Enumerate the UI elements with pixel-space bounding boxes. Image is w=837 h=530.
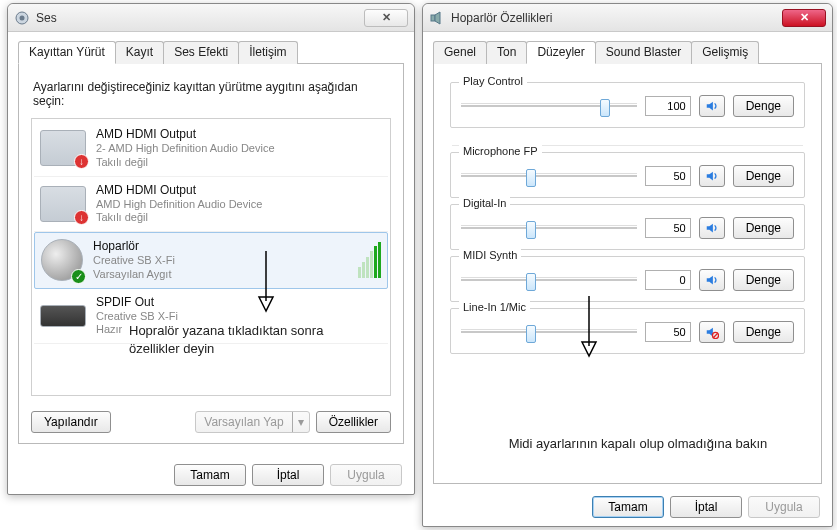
spdif-icon (40, 305, 86, 327)
tab-general[interactable]: Genel (433, 41, 487, 64)
device-list[interactable]: ↓ AMD HDMI Output 2- AMD High Definition… (31, 118, 391, 396)
close-button[interactable]: ✕ (364, 9, 408, 27)
ok-button[interactable]: Tamam (174, 464, 246, 486)
cancel-button[interactable]: İptal (252, 464, 324, 486)
speaker-properties-window: Hoparlör Özellikleri ✕ Genel Ton Düzeyle… (422, 3, 833, 527)
tab-playback[interactable]: Kayıttan Yürüt (18, 41, 116, 64)
mute-button[interactable] (699, 165, 725, 187)
volume-slider[interactable] (461, 322, 637, 342)
volume-slider[interactable] (461, 96, 637, 116)
titlebar[interactable]: Hoparlör Özellikleri ✕ (423, 4, 832, 32)
tabs: Genel Ton Düzeyler Sound Blaster Gelişmi… (433, 40, 822, 64)
mute-button[interactable] (699, 321, 725, 343)
balance-button[interactable]: Denge (733, 165, 794, 187)
cancel-button[interactable]: İptal (670, 496, 742, 518)
device-text: AMD HDMI Output 2- AMD High Definition A… (96, 127, 382, 170)
group-label: MIDI Synth (459, 249, 521, 261)
device-item[interactable]: ↓ AMD HDMI Output AMD High Definition Au… (34, 177, 388, 233)
level-meter (358, 242, 381, 278)
default-badge-icon: ✓ (71, 269, 86, 284)
volume-slider[interactable] (461, 270, 637, 290)
balance-button[interactable]: Denge (733, 217, 794, 239)
svg-marker-8 (706, 224, 712, 233)
device-name: AMD HDMI Output (96, 127, 382, 142)
tab-sounds[interactable]: Ses Efekti (163, 41, 239, 64)
dialog-footer: Tamam İptal Uygula (592, 496, 820, 518)
levels-panel: Play Control Denge Microphone FP (433, 64, 822, 484)
svg-marker-7 (706, 172, 712, 181)
volume-slider[interactable] (461, 218, 637, 238)
tab-communications[interactable]: İletişim (238, 41, 297, 64)
volume-slider[interactable] (461, 166, 637, 186)
window-title: Hoparlör Özellikleri (451, 11, 776, 25)
speaker-icon: ✓ (41, 239, 83, 281)
level-group-midi-synth: MIDI Synth Denge (450, 256, 805, 302)
device-sub2: Takılı değil (96, 156, 382, 170)
balance-button[interactable]: Denge (733, 95, 794, 117)
sound-window: Ses ✕ Kayıttan Yürüt Kayıt Ses Efekti İl… (7, 3, 415, 495)
set-default-button[interactable]: Varsayılan Yap ▾ (195, 411, 309, 433)
monitor-icon: ↓ (40, 130, 86, 166)
tab-tone[interactable]: Ton (486, 41, 527, 64)
tabs: Kayıttan Yürüt Kayıt Ses Efekti İletişim (18, 40, 404, 64)
svg-rect-4 (431, 15, 435, 21)
unplugged-badge-icon: ↓ (74, 154, 89, 169)
properties-button[interactable]: Özellikler (316, 411, 391, 433)
level-group-digital-in: Digital-In Denge (450, 204, 805, 250)
volume-value[interactable] (645, 218, 691, 238)
tab-recording[interactable]: Kayıt (115, 41, 164, 64)
mute-button[interactable] (699, 269, 725, 291)
svg-marker-9 (706, 276, 712, 285)
apply-button[interactable]: Uygula (330, 464, 402, 486)
device-sub2: Takılı değil (96, 211, 382, 225)
set-default-label: Varsayılan Yap (196, 412, 291, 432)
svg-line-12 (713, 333, 717, 337)
mute-button[interactable] (699, 217, 725, 239)
balance-button[interactable]: Denge (733, 321, 794, 343)
tab-sound-blaster[interactable]: Sound Blaster (595, 41, 692, 64)
playback-panel: Ayarlarını değiştireceğiniz kayıttan yür… (18, 64, 404, 444)
monitor-icon: ↓ (40, 186, 86, 222)
speaker-icon (429, 10, 445, 26)
device-item[interactable]: ↓ AMD HDMI Output 2- AMD High Definition… (34, 121, 388, 177)
mute-button[interactable] (699, 95, 725, 117)
speaker-muted-icon (705, 325, 719, 339)
group-label: Microphone FP (459, 145, 542, 157)
device-text: SPDIF Out Creative SB X-Fi Hazır (96, 295, 382, 338)
device-name: Hoparlör (93, 239, 348, 254)
device-sub1: 2- AMD High Definition Audio Device (96, 142, 382, 156)
level-group-play-control: Play Control Denge (450, 82, 805, 128)
group-label: Digital-In (459, 197, 510, 209)
level-group-line-in: Line-In 1/Mic Denge (450, 308, 805, 354)
configure-button[interactable]: Yapılandır (31, 411, 111, 433)
titlebar[interactable]: Ses ✕ (8, 4, 414, 32)
device-sub1: Creative SB X-Fi (96, 310, 382, 324)
apply-button[interactable]: Uygula (748, 496, 820, 518)
volume-value[interactable] (645, 322, 691, 342)
dropdown-icon[interactable]: ▾ (292, 412, 309, 432)
svg-marker-5 (435, 12, 440, 24)
volume-value[interactable] (645, 166, 691, 186)
device-sub1: AMD High Definition Audio Device (96, 198, 382, 212)
panel-description: Ayarlarını değiştireceğiniz kayıttan yür… (33, 80, 391, 108)
device-item[interactable]: SPDIF Out Creative SB X-Fi Hazır (34, 289, 388, 345)
device-sub1: Creative SB X-Fi (93, 254, 348, 268)
speaker-on-icon (705, 221, 719, 235)
ok-button[interactable]: Tamam (592, 496, 664, 518)
dialog-footer: Tamam İptal Uygula (174, 464, 402, 486)
volume-value[interactable] (645, 270, 691, 290)
device-sub2: Varsayılan Aygıt (93, 268, 348, 282)
tab-levels[interactable]: Düzeyler (526, 41, 595, 64)
device-name: AMD HDMI Output (96, 183, 382, 198)
level-group-microphone-fp: Microphone FP Denge (450, 152, 805, 198)
tab-advanced[interactable]: Gelişmiş (691, 41, 759, 64)
group-label: Play Control (459, 75, 527, 87)
device-item-selected[interactable]: ✓ Hoparlör Creative SB X-Fi Varsayılan A… (34, 232, 388, 289)
device-name: SPDIF Out (96, 295, 382, 310)
window-title: Ses (36, 11, 358, 25)
close-button[interactable]: ✕ (782, 9, 826, 27)
volume-value[interactable] (645, 96, 691, 116)
speaker-on-icon (705, 169, 719, 183)
balance-button[interactable]: Denge (733, 269, 794, 291)
sound-icon (14, 10, 30, 26)
